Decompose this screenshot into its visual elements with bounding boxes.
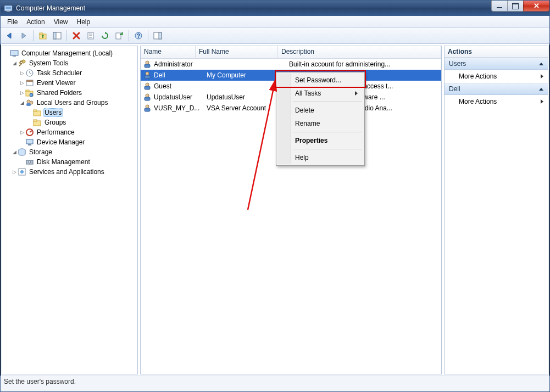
show-hide-tree-button[interactable] xyxy=(51,29,64,42)
context-menu-set-password[interactable]: Set Password... xyxy=(277,74,363,87)
context-menu-rename[interactable]: Rename xyxy=(277,117,363,130)
svg-point-24 xyxy=(30,93,33,97)
maximize-button[interactable] xyxy=(507,1,524,12)
submenu-arrow-icon xyxy=(355,91,358,96)
back-button[interactable] xyxy=(3,29,16,42)
up-button[interactable] xyxy=(36,29,49,42)
column-header-description[interactable]: Description xyxy=(278,46,441,58)
actions-item-more-actions-users[interactable]: More Actions xyxy=(445,70,548,83)
tree-item-performance[interactable]: ▷ Performance xyxy=(3,127,136,137)
context-menu-separator xyxy=(293,132,362,132)
forward-button[interactable] xyxy=(17,29,30,42)
svg-text:?: ? xyxy=(137,33,140,39)
cell-name: Dell xyxy=(154,71,207,79)
expander-icon[interactable]: ▷ xyxy=(19,90,25,96)
tree-item-users[interactable]: Users xyxy=(3,108,136,117)
delete-button[interactable] xyxy=(70,29,83,42)
computer-management-window: Computer Management ✕ File Action View H… xyxy=(0,0,550,392)
tree-root-label: Computer Management (Local) xyxy=(20,49,114,58)
svg-rect-4 xyxy=(40,33,43,35)
caption-buttons: ✕ xyxy=(492,1,549,12)
tree-root[interactable]: Computer Management (Local) xyxy=(3,48,136,58)
svg-rect-34 xyxy=(28,144,31,145)
menu-view[interactable]: View xyxy=(49,17,73,27)
help-button[interactable]: ? xyxy=(132,29,145,42)
user-icon xyxy=(143,104,152,113)
tree-item-event-viewer[interactable]: ▷ Event Viewer xyxy=(3,78,136,88)
tree-item-shared-folders[interactable]: ▷ Shared Folders xyxy=(3,88,136,98)
expander-icon[interactable]: ◢ xyxy=(11,60,18,66)
svg-rect-16 xyxy=(10,51,18,55)
expander-icon[interactable]: ▷ xyxy=(11,169,18,175)
svg-rect-21 xyxy=(26,80,33,82)
expander-icon[interactable]: ◢ xyxy=(11,149,18,155)
folder-icon xyxy=(33,108,42,117)
list-row[interactable]: AdministratorBuilt-in account for admini… xyxy=(141,59,441,70)
show-hide-action-button[interactable] xyxy=(151,29,164,42)
tree-item-storage[interactable]: ◢ Storage xyxy=(3,147,136,157)
svg-point-44 xyxy=(146,83,149,86)
context-menu-properties[interactable]: Properties xyxy=(277,134,363,147)
export-button[interactable] xyxy=(113,29,126,42)
cell-description: Built-in account for administering... xyxy=(289,60,441,68)
menu-help[interactable]: Help xyxy=(73,17,95,27)
column-header-fullname[interactable]: Full Name xyxy=(196,46,278,58)
context-menu-delete[interactable]: Delete xyxy=(277,104,363,117)
actions-item-more-actions-dell[interactable]: More Actions xyxy=(445,95,548,108)
statusbar: Set the user's password. xyxy=(1,376,549,391)
svg-rect-1 xyxy=(5,7,11,9)
tree-label: Performance xyxy=(36,128,76,137)
context-menu-help[interactable]: Help xyxy=(277,151,363,164)
titlebar[interactable]: Computer Management ✕ xyxy=(1,1,549,16)
menu-file[interactable]: File xyxy=(3,17,22,27)
column-header-name[interactable]: Name xyxy=(141,46,196,58)
storage-icon xyxy=(18,148,26,156)
tree-item-task-scheduler[interactable]: ▷ Task Scheduler xyxy=(3,68,136,78)
tree-label: Disk Management xyxy=(36,158,91,166)
console-tree-panel: Computer Management (Local) ◢ System Too… xyxy=(2,46,138,374)
tree-item-system-tools[interactable]: ◢ System Tools xyxy=(3,58,136,68)
tree-item-services-apps[interactable]: ▷ Services and Applications xyxy=(3,167,136,177)
svg-rect-27 xyxy=(26,103,31,106)
tree-label: Services and Applications xyxy=(28,167,105,176)
expander-icon[interactable]: ◢ xyxy=(19,100,25,105)
tree-label: Users xyxy=(43,108,63,117)
tree-label: Task Scheduler xyxy=(36,69,83,77)
actions-group-dell[interactable]: Dell xyxy=(445,83,548,95)
expander-icon[interactable]: ▷ xyxy=(19,70,25,76)
context-menu-all-tasks[interactable]: All Tasks xyxy=(277,87,363,100)
submenu-arrow-icon xyxy=(541,99,543,104)
menu-action[interactable]: Action xyxy=(22,17,49,27)
expander-icon[interactable]: ▷ xyxy=(19,130,25,135)
svg-rect-43 xyxy=(145,75,150,79)
svg-point-42 xyxy=(146,72,149,75)
tree-label: Event Viewer xyxy=(36,79,76,87)
toolbar-separator xyxy=(129,30,129,41)
console-tree[interactable]: Computer Management (Local) ◢ System Too… xyxy=(2,46,137,374)
refresh-button[interactable] xyxy=(98,29,112,42)
svg-rect-47 xyxy=(145,97,150,100)
svg-rect-49 xyxy=(145,108,150,111)
svg-rect-33 xyxy=(26,139,33,144)
toolbar-separator xyxy=(33,30,34,41)
minimize-button[interactable] xyxy=(491,1,508,12)
user-icon xyxy=(143,82,152,91)
clock-icon xyxy=(25,69,34,77)
tree-item-local-users-groups[interactable]: ◢ Local Users and Groups xyxy=(3,98,136,108)
actions-group-users[interactable]: Users xyxy=(445,58,548,70)
svg-rect-11 xyxy=(116,33,121,39)
tree-item-device-manager[interactable]: Device Manager xyxy=(3,137,136,147)
tree-label: System Tools xyxy=(28,59,69,68)
svg-point-37 xyxy=(29,161,31,163)
svg-rect-41 xyxy=(145,64,150,68)
svg-rect-29 xyxy=(34,110,37,111)
services-icon xyxy=(18,167,26,176)
tree-item-groups[interactable]: Groups xyxy=(3,117,136,127)
properties-button[interactable] xyxy=(84,29,97,42)
tree-item-disk-management[interactable]: Disk Management xyxy=(3,157,136,167)
content-area: Computer Management (Local) ◢ System Too… xyxy=(1,44,549,376)
svg-rect-23 xyxy=(26,90,29,92)
expander-icon[interactable]: ▷ xyxy=(19,80,25,86)
collapse-arrow-icon xyxy=(539,88,543,91)
close-button[interactable]: ✕ xyxy=(523,1,549,12)
